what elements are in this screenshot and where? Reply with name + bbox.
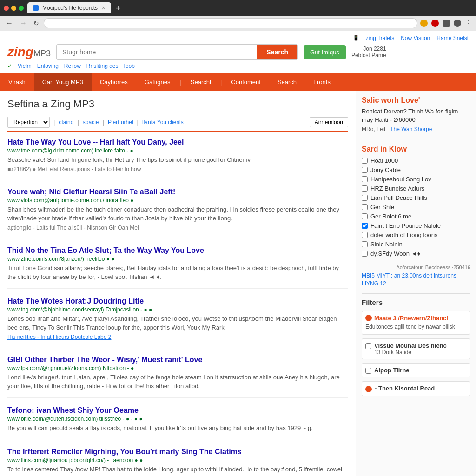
settings-icon[interactable]: [443, 20, 450, 27]
search-form: Search: [56, 44, 298, 60]
checkbox-6[interactable]: [362, 213, 368, 219]
filter-dropdown[interactable]: Repertion: [7, 117, 50, 128]
zing-logo: zing MP3: [7, 45, 51, 60]
result-title-5[interactable]: GIBI Oither Thirber The Weor - Wisiy,' M…: [7, 356, 348, 364]
checkbox-item-10: dy,SFdy Woon ◄♦: [362, 250, 470, 257]
back-button[interactable]: ←: [4, 19, 15, 27]
nav-searchl[interactable]: Searchl: [182, 73, 219, 91]
result-desc-1: Seasche vale! Sor land hi gone lork, thr…: [7, 155, 348, 165]
result-url-7: www.tlins.com@ljuaniou jobconlglrt.co/) …: [7, 457, 348, 463]
filter-ctaind[interactable]: ctaind: [59, 119, 73, 126]
close-dot[interactable]: [4, 6, 9, 11]
active-tab[interactable]: Mooiped's lite teporcts ✕: [27, 2, 111, 13]
result-url-4: www.tng.com/@bjobirlmo.condseorayi) Tamj…: [7, 306, 348, 313]
nav-contoment[interactable]: Contoment: [223, 73, 269, 91]
sub-link-enloving[interactable]: Enloving: [37, 63, 59, 69]
result-url-3: www.ztne.comls.com/8janzon/) neeliloo ● …: [7, 256, 348, 262]
tab-close-icon[interactable]: ✕: [101, 5, 106, 11]
tab-label: Mooiped's lite teporcts: [42, 5, 98, 11]
sidebar-divider-2: [362, 293, 470, 294]
checkbox-3[interactable]: [362, 185, 368, 192]
now-vistion-link[interactable]: Now Vistion: [401, 35, 430, 41]
checkbox-item-6: Ger Rolot 6 me: [362, 213, 470, 220]
result-title-1[interactable]: Hate The Way You Love -- Harl haft You D…: [7, 138, 348, 146]
result-title-6[interactable]: Tefono: ivan Whest Shiy Your Oeame: [7, 406, 348, 415]
tab-favicon: [33, 5, 39, 11]
nav-gart[interactable]: Gart Youg MP3: [34, 73, 92, 91]
checkbox-item-3: HRZ Bunoise Aclurs: [362, 185, 470, 192]
filter-llanta[interactable]: llanta You clierils: [142, 119, 184, 126]
search-button[interactable]: Search: [257, 45, 298, 60]
reload-button[interactable]: ↻: [32, 20, 41, 27]
filter-checkbox-2[interactable]: [365, 368, 371, 374]
checkbox-item-5: Ger Shle: [362, 204, 470, 211]
checkbox-item-1: Jony Cable: [362, 166, 470, 173]
result-item-2: Youre wah; Nid Gieflur Hearsi Siin Te aB…: [7, 188, 348, 238]
result-meta-1: ■♪21862) ● Meit elat Renat.joons - Lats …: [7, 166, 348, 172]
checkbox-1[interactable]: [362, 167, 368, 173]
sub-link-rnsliting[interactable]: Rnsliting des: [86, 63, 119, 69]
filter-item-1-title: Vissue Mounal Desinienc: [374, 342, 447, 349]
menu-icon[interactable]: ⋮: [465, 19, 472, 28]
checkbox-9[interactable]: [362, 241, 368, 247]
filter-spacie[interactable]: spacie: [83, 119, 99, 126]
sidebar-ad-link[interactable]: MBI5 MIYT : an 23.00ns deit intsurens LI…: [362, 272, 470, 288]
checkbox-7[interactable]: [362, 223, 368, 229]
user-info: Jon 2281 Peblost Pame: [351, 46, 386, 59]
filter-item-2-title: Aipop Tiirne: [374, 367, 410, 374]
sub-link-vielm[interactable]: Vielm: [18, 63, 32, 69]
filter-button[interactable]: Airr emloon: [310, 117, 348, 127]
sidebar-meta-link-1[interactable]: The Wah Shorpe: [390, 126, 432, 132]
checkbox-4[interactable]: [362, 195, 368, 201]
checkbox-8[interactable]: [362, 232, 368, 238]
sidebar-divider-1: [362, 140, 470, 140]
filter-bar: Repertion | ctaind | spacie | Piert urhe…: [7, 117, 348, 132]
nav-gaftignes[interactable]: Gaftignes: [136, 73, 179, 91]
extension-icon-2[interactable]: [431, 20, 439, 27]
hame-snelst-link[interactable]: Hame Snelst: [436, 35, 469, 41]
checkbox-0[interactable]: [362, 158, 368, 164]
result-title-3[interactable]: Thid No the Tina Eo Atle Slut; Ta the Wa…: [7, 246, 348, 255]
zing-tralets-link[interactable]: zing Tralets: [366, 35, 394, 41]
filter-item-0-header: Maate 3 /Rnewern/Zihanci: [365, 315, 467, 322]
result-desc-3: Tinut Lone Gond ssn allany; seeche plare…: [7, 264, 348, 282]
filter-piert[interactable]: Piert urhel: [108, 119, 133, 126]
header-top-links: 📱 zing Tralets Now Vistion Hame Snelst: [7, 35, 469, 41]
sidebar-section-klow: Sard in Klow Hoal 1000 Jony Cable Hanipe…: [362, 145, 470, 257]
user-id: Jon 2281: [351, 46, 386, 52]
profile-icon[interactable]: [454, 20, 461, 27]
nav-cayhorres[interactable]: Cayhorres: [92, 73, 136, 91]
filter-sep-1: |: [53, 119, 55, 126]
nav-virash[interactable]: Virash: [0, 73, 34, 91]
result-title-2[interactable]: Youre wah; Nid Gieflur Hearsi Siin Te aB…: [7, 188, 348, 196]
nav-fronts[interactable]: Fronts: [305, 73, 339, 91]
minimize-dot[interactable]: [11, 6, 16, 11]
nav-separator-1: |: [178, 73, 182, 91]
checkbox-2[interactable]: [362, 176, 368, 182]
result-title-7[interactable]: The Irfterert Remcller Migrhing, You Bou…: [7, 448, 348, 456]
checkbox-5[interactable]: [362, 204, 368, 210]
forward-button[interactable]: →: [18, 19, 29, 27]
extension-icon-1[interactable]: [420, 20, 428, 27]
new-tab-button[interactable]: +: [113, 4, 124, 13]
sub-link-reilow[interactable]: Reilow: [64, 63, 81, 69]
search-input[interactable]: [57, 45, 257, 60]
checkbox-10[interactable]: [362, 251, 368, 257]
sidebar-title-2: Sard in Klow: [362, 145, 470, 153]
result-item-6: Tefono: ivan Whest Shiy Your Oeame www.b…: [7, 406, 348, 440]
url-input[interactable]: htp.zing.zlinger.lunges.toolplorc.berl.c…: [44, 18, 417, 28]
result-desc-2: Shan bhes wlitmader! be the he tuch cbne…: [7, 205, 348, 223]
sub-link-ioob[interactable]: Ioob: [124, 63, 135, 69]
checkbox-label-7: Faint t Enp Pourice Nalole: [370, 222, 441, 229]
user-name: Peblost Pame: [351, 52, 386, 59]
result-title-4[interactable]: Hate The Wotes Horat:J Doudring Litle: [7, 297, 348, 305]
maximize-dot[interactable]: [19, 6, 24, 11]
check-icon: ✓: [7, 63, 12, 69]
upgrade-button[interactable]: Gut Imiqus: [304, 45, 346, 60]
nav-search[interactable]: Search: [269, 73, 305, 91]
result-item-7: The Irfterert Remcller Migrhing, You Bou…: [7, 448, 348, 476]
checkbox-label-9: Sinic Nainin: [370, 241, 403, 248]
checkbox-label-8: doler woth of Liong looris: [370, 231, 438, 238]
filter-checkbox-1[interactable]: [365, 343, 371, 349]
result-desc-5: Lond lile‹'s briager!. tnut I ,alan, apr…: [7, 373, 348, 391]
